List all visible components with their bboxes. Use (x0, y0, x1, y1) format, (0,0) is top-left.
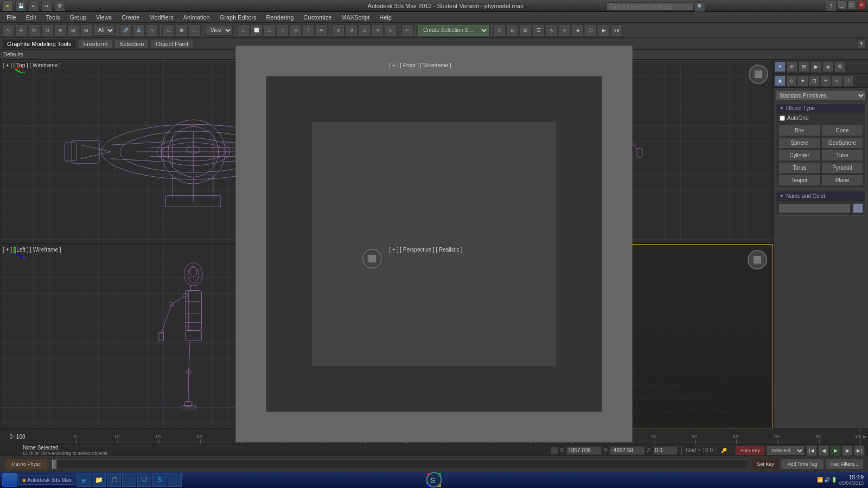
vp-widget-inner-front (754, 70, 763, 79)
anim-scrubber[interactable] (52, 459, 748, 469)
vp-widget-front[interactable] (749, 65, 768, 84)
svg-rect-214 (312, 122, 556, 366)
vp-widget-left[interactable] (362, 249, 382, 268)
status-bar: None Selected Click or click-and-drag to… (0, 445, 868, 455)
status-icon (3, 445, 18, 456)
vp-widget-inner-left (368, 254, 376, 263)
vp-widget-inner-perspective (753, 255, 762, 264)
steam-btn[interactable]: S (168, 473, 182, 487)
vp-widget-perspective[interactable] (748, 250, 767, 269)
taskbar: ■ Autodesk 3ds Max e 📁 🎵 🛡 S S 📶 (0, 472, 868, 488)
svg-text:S: S (430, 476, 436, 485)
scrubber-handle[interactable] (52, 460, 56, 468)
